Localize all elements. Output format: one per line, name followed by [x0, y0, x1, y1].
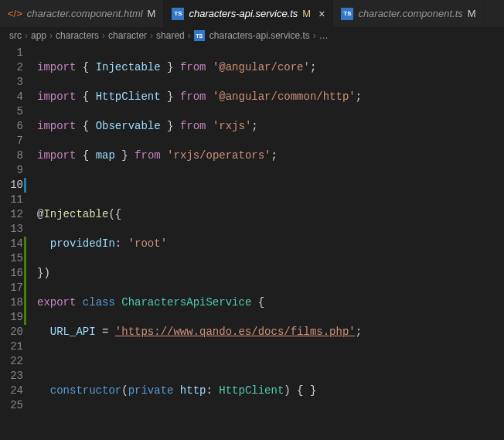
close-icon[interactable]: ×: [318, 8, 325, 20]
code-editor[interactable]: 1234567891011121314151617181920212223242…: [0, 44, 504, 440]
tab-dirty-indicator: M: [148, 8, 156, 19]
chevron-right-icon: ›: [188, 30, 191, 41]
typescript-icon: TS: [341, 8, 353, 20]
chevron-right-icon: ›: [102, 30, 105, 41]
chevron-right-icon: ›: [49, 30, 53, 41]
chevron-right-icon: ›: [25, 30, 28, 41]
breadcrumb-part[interactable]: shared: [156, 30, 185, 41]
breadcrumb-more[interactable]: …: [319, 30, 329, 41]
line-number-gutter: 1234567891011121314151617181920212223242…: [0, 46, 37, 440]
tab-label: character.component.html: [27, 8, 143, 19]
tab-label: character.component.ts: [358, 8, 462, 19]
chevron-right-icon: ›: [313, 30, 316, 41]
breadcrumb-part[interactable]: characters: [56, 30, 99, 41]
typescript-icon: TS: [172, 8, 184, 20]
tab-dirty-indicator: M: [468, 8, 476, 19]
tab-label: characters-api.service.ts: [189, 8, 298, 19]
breadcrumb-file[interactable]: characters-api.service.ts: [209, 30, 310, 41]
tab-character-html[interactable]: </> character.component.html M: [0, 0, 164, 27]
breadcrumb[interactable]: src› app› characters› character› shared›…: [0, 27, 504, 44]
code-icon: </>: [8, 8, 22, 19]
code-content[interactable]: import { Injectable } from '@angular/cor…: [37, 46, 362, 440]
typescript-icon: TS: [194, 30, 205, 41]
chevron-right-icon: ›: [150, 30, 153, 41]
tab-dirty-indicator: M: [302, 8, 311, 19]
tab-characters-api-service[interactable]: TS characters-api.service.ts M ×: [164, 0, 333, 27]
breadcrumb-part[interactable]: src: [9, 30, 22, 41]
editor-tabs: </> character.component.html M TS charac…: [0, 0, 504, 27]
tab-character-component-ts[interactable]: TS character.component.ts M: [333, 0, 484, 27]
breadcrumb-part[interactable]: app: [31, 30, 46, 41]
breadcrumb-part[interactable]: character: [108, 30, 147, 41]
